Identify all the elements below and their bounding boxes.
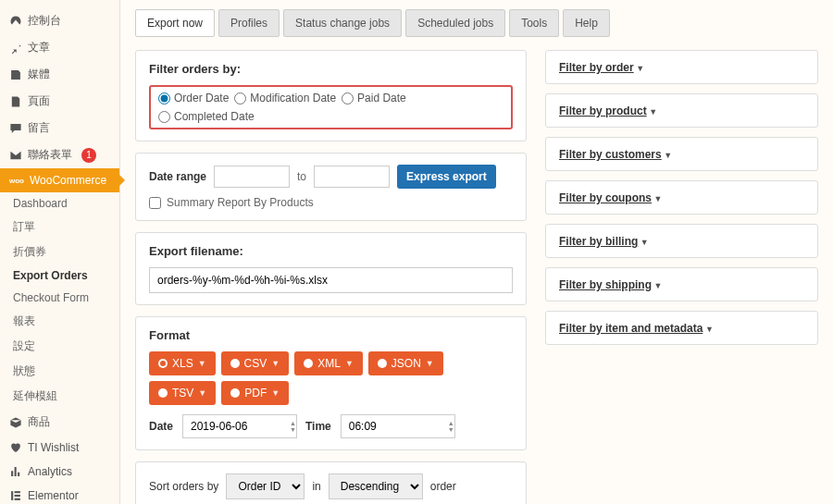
summary-checkbox-row[interactable]: Summary Report By Products [149,196,513,209]
svg-rect-3 [15,498,20,500]
sidebar-item[interactable]: Elementor [0,484,119,504]
summary-checkbox[interactable] [149,197,161,209]
sidebar-item-label: 文章 [28,40,50,55]
format-option-csv[interactable]: CSV▼ [221,351,290,375]
format-option-pdf[interactable]: PDF▼ [221,381,289,405]
stepper-icon[interactable]: ▲▼ [290,420,296,433]
filename-input[interactable] [149,267,513,293]
caret-down-icon: ▼ [634,64,644,73]
sidebar-item[interactable]: 留言 [0,115,119,141]
main-content: Export nowProfilesStatus change jobsSche… [120,0,833,504]
sidebar-item[interactable]: 延伸模組 [0,384,119,409]
format-options: XLS▼CSV▼XML▼JSON▼TSV▼PDF▼ [149,351,513,405]
filter-order-option[interactable]: Paid Date [342,92,406,104]
format-option-tsv[interactable]: TSV▼ [149,381,216,405]
sidebar-item[interactable]: Checkout Form [0,287,119,309]
notification-badge: 1 [81,148,96,163]
sidebar-item[interactable]: 訂單 [0,215,119,240]
tab[interactable]: Profiles [218,9,280,37]
sidebar-item-label: Checkout Form [13,291,89,304]
sidebar-item[interactable]: 商品 [0,409,119,436]
woo-icon: woo [9,174,24,187]
sidebar-item-label: Dashboard [13,197,68,210]
sidebar-item[interactable]: 文章 [0,34,119,61]
date-range-to-label: to [297,170,306,183]
summary-checkbox-label: Summary Report By Products [167,196,314,209]
sidebar-item[interactable]: 聯絡表單1 [0,141,119,168]
sidebar-item[interactable]: 控制台 [0,7,119,34]
sidebar-item[interactable]: 折價券 [0,240,119,264]
caret-down-icon: ▼ [638,238,648,247]
tab[interactable]: Tools [509,9,559,37]
sidebar-item[interactable]: TI Wishlist [0,436,119,460]
format-option-json[interactable]: JSON▼ [368,351,443,375]
sidebar-item[interactable]: Export Orders [0,264,119,287]
sidebar-item-label: Export Orders [13,269,88,282]
right-filter-column: Filter by order ▼Filter by product ▼Filt… [545,50,818,504]
sidebar-item[interactable]: 狀態 [0,359,119,384]
caret-down-icon: ▼ [652,281,662,290]
filter-order-option[interactable]: Order Date [158,92,229,104]
heart-icon [9,441,22,454]
tab[interactable]: Help [563,9,610,37]
filter-order-radio[interactable] [158,111,170,123]
date-range-to-input[interactable] [314,166,390,188]
caret-down-icon: ▼ [647,107,657,117]
format-option-xls[interactable]: XLS▼ [149,351,216,375]
sidebar-item-label: 狀態 [13,364,35,377]
sidebar-item[interactable]: 頁面 [0,88,119,115]
sort-in-label: in [312,480,320,493]
sidebar-item[interactable]: Analytics [0,460,119,484]
filter-order-radio[interactable] [342,92,354,104]
comment-icon [9,122,22,135]
box-icon [9,416,22,429]
sidebar-item[interactable]: Dashboard [0,192,119,215]
filter-accordion[interactable]: Filter by shipping ▼ [545,267,818,301]
format-option-xml[interactable]: XML▼ [294,351,363,375]
caret-down-icon: ▼ [271,359,280,368]
sort-trail-label: order [430,480,456,493]
sidebar-item[interactable]: 報表 [0,309,119,334]
radio-icon [230,388,240,398]
filter-order-option[interactable]: Modification Date [234,92,336,104]
date-input[interactable] [182,414,297,438]
filter-accordion[interactable]: Filter by product ▼ [545,93,818,128]
filter-accordion[interactable]: Filter by billing ▼ [545,224,818,258]
sidebar-item[interactable]: 媒體 [0,61,119,88]
date-range-panel: Date range to Express export Summary Rep… [135,153,527,221]
date-range-from-input[interactable] [214,166,290,188]
filter-accordion[interactable]: Filter by item and metadata ▼ [545,311,818,345]
sort-field-select[interactable]: Order ID [226,473,305,499]
tab[interactable]: Status change jobs [283,9,402,37]
date-range-label: Date range [149,170,206,183]
filter-orders-options: Order DateModification DatePaid DateComp… [149,85,513,129]
sidebar-item-label: 延伸模組 [13,389,57,402]
sidebar-item-label: Analytics [28,465,72,478]
mail-icon [9,149,22,162]
time-input[interactable] [341,414,455,438]
sidebar-item-label: 訂單 [13,220,35,233]
sidebar-item[interactable]: 設定 [0,334,119,359]
dashboard-icon [9,15,22,28]
filter-accordion[interactable]: Filter by coupons ▼ [545,180,818,215]
filter-accordion[interactable]: Filter by order ▼ [545,50,818,84]
caret-down-icon: ▼ [271,388,280,398]
filter-order-option[interactable]: Completed Date [158,110,255,123]
stepper-icon[interactable]: ▲▼ [448,420,454,433]
format-title: Format [149,328,513,342]
sort-dir-select[interactable]: Descending [329,473,423,499]
svg-rect-0 [11,491,13,500]
pin-icon [9,42,22,55]
tab[interactable]: Scheduled jobs [405,9,505,37]
elementor-icon [9,489,22,502]
filter-accordion[interactable]: Filter by customers ▼ [545,137,818,171]
express-export-button[interactable]: Express export [397,165,496,189]
caret-down-icon: ▼ [345,359,354,368]
filter-order-radio[interactable] [234,92,246,104]
sidebar-item-woocommerce[interactable]: woo WooCommerce [0,168,119,192]
date-label: Date [149,420,173,433]
filter-order-radio[interactable] [158,92,170,104]
tab[interactable]: Export now [135,9,215,37]
svg-rect-1 [15,491,20,493]
radio-icon [158,388,168,398]
